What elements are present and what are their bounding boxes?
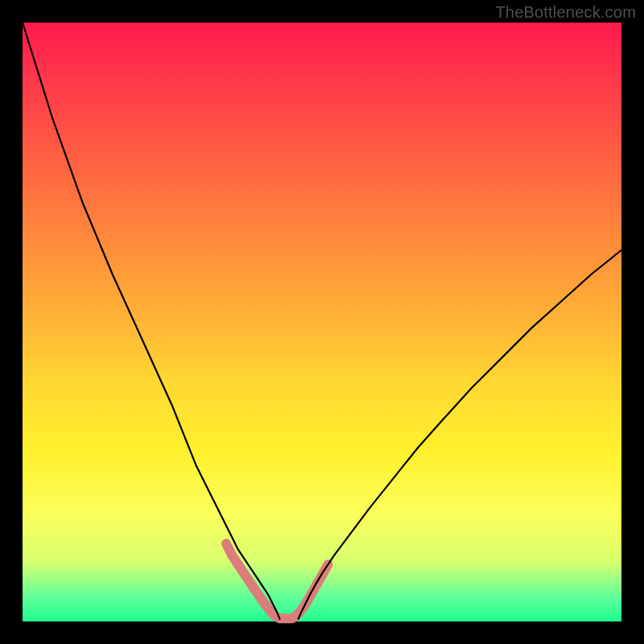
- curve-layer: [23, 23, 621, 621]
- series-left-curve: [23, 23, 280, 620]
- chart-frame: TheBottleneck.com: [0, 0, 644, 644]
- watermark-text: TheBottleneck.com: [495, 3, 636, 22]
- series-right-curve: [298, 250, 621, 620]
- plot-area: [23, 23, 621, 621]
